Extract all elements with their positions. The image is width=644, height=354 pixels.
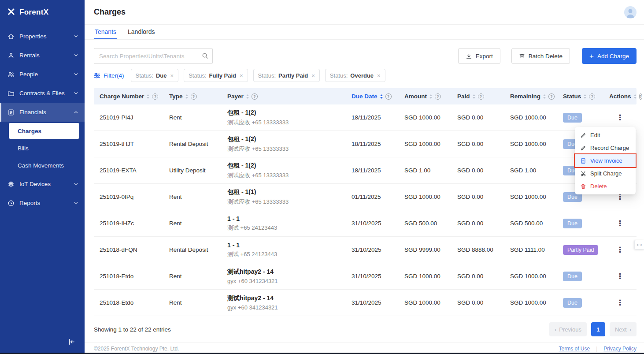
column-header-status[interactable]: Status ? xyxy=(557,93,603,100)
column-header-due-date[interactable]: Due Date ? xyxy=(346,93,399,100)
menu-item-delete[interactable]: Delete xyxy=(575,180,636,193)
sort-icon[interactable] xyxy=(634,94,637,99)
collapse-sidebar-icon[interactable] xyxy=(67,338,76,346)
kebab-menu-icon[interactable]: ⋮ xyxy=(612,219,628,228)
sort-icon[interactable] xyxy=(429,94,432,99)
column-header-charge-number[interactable]: Charge Number ? xyxy=(94,93,163,100)
cell-paid: SGD 0.00 xyxy=(452,141,504,147)
add-charge-label: Add Charge xyxy=(597,53,629,60)
cell-amount: SGD 1.00 xyxy=(399,167,452,174)
sort-icon[interactable] xyxy=(185,94,188,99)
payer-contact: 测试应收 +65 13333333 xyxy=(227,171,346,179)
remove-chip-icon[interactable]: × xyxy=(170,72,174,79)
column-label: Charge Number xyxy=(100,93,144,100)
remove-chip-icon[interactable]: × xyxy=(377,72,381,79)
menu-item-view-invoice[interactable]: View Invoice xyxy=(575,154,636,167)
help-icon[interactable]: ? xyxy=(639,93,643,100)
tab-tenants[interactable]: Tenants xyxy=(94,25,117,39)
sidebar-item-financials[interactable]: Financials xyxy=(0,103,85,122)
tab-landlords[interactable]: Landlords xyxy=(127,25,156,39)
sidebar-item-label: Properties xyxy=(19,33,69,40)
sidebar-item-label: Financials xyxy=(19,109,69,116)
sidebar-item-rentals[interactable]: Rentals xyxy=(0,46,85,65)
sort-icon[interactable] xyxy=(473,94,475,99)
help-icon[interactable]: ? xyxy=(548,93,555,100)
sidebar-item-bills[interactable]: Bills xyxy=(9,140,79,156)
help-icon[interactable]: ? xyxy=(435,93,441,100)
sidebar-item-reports[interactable]: Reports xyxy=(0,194,85,212)
column-header-paid[interactable]: Paid ? xyxy=(452,93,504,100)
cell-remaining: SGD 1111.00 xyxy=(504,246,557,253)
sidebar-item-label: Rentals xyxy=(19,52,69,59)
column-header-actions[interactable]: Actions ? xyxy=(603,93,637,100)
batch-delete-button[interactable]: Batch Delete xyxy=(511,48,570,64)
filter-button[interactable]: Filter(4) xyxy=(94,72,124,79)
brand-name: ForentX xyxy=(19,8,48,17)
column-header-payer[interactable]: Payer ? xyxy=(222,93,346,100)
column-header-amount[interactable]: Amount ? xyxy=(399,93,452,100)
terms-of-use-link[interactable]: Terms of Use xyxy=(559,346,590,352)
sort-icon[interactable] xyxy=(543,94,546,99)
kebab-menu-icon[interactable]: ⋮ xyxy=(612,298,628,307)
chevron-right-icon: › xyxy=(629,326,631,333)
sort-icon[interactable] xyxy=(147,94,149,99)
kebab-menu-icon[interactable]: ⋮ xyxy=(612,113,628,122)
sort-icon[interactable] xyxy=(380,94,383,99)
table-footer: Showing 1 to 22 of 22 entries ‹ Previous… xyxy=(85,316,644,343)
pagination: ‹ Previous 1 Next › xyxy=(549,322,637,336)
payer-name: 包租 - 1(2) xyxy=(227,162,346,170)
kebab-menu-icon[interactable]: ⋮ xyxy=(612,272,628,281)
cell-status: Due xyxy=(557,272,603,281)
chip-prefix: Status: xyxy=(136,72,153,79)
sidebar-subitem-label: Charges xyxy=(18,128,41,134)
cell-payer: 包租 - 1(2) 测试应收 +65 13333333 xyxy=(222,162,346,179)
person-icon xyxy=(7,52,15,59)
add-charge-button[interactable]: + Add Charge xyxy=(582,48,637,64)
menu-item-edit[interactable]: Edit xyxy=(575,129,636,142)
sort-icon[interactable] xyxy=(584,94,586,99)
help-icon[interactable]: ? xyxy=(191,93,197,100)
sidebar-item-people[interactable]: People xyxy=(0,65,85,84)
remove-chip-icon[interactable]: × xyxy=(311,72,315,79)
sidebar-item-charges[interactable]: Charges xyxy=(9,123,79,139)
next-page-button[interactable]: Next › xyxy=(610,322,637,336)
cell-charge-number: 251018-Etdo xyxy=(94,273,163,279)
column-header-type[interactable]: Type ? xyxy=(163,93,222,100)
help-icon[interactable]: ? xyxy=(478,93,484,100)
sidebar-item-iot-devices[interactable]: IoT Devices xyxy=(0,175,85,194)
sidebar-item-contracts-files[interactable]: Contracts & Files xyxy=(0,84,85,103)
cell-paid: SGD 0.00 xyxy=(452,273,504,279)
cell-remaining: SGD 500.00 xyxy=(504,220,557,227)
payer-name: 包租 - 1(2) xyxy=(227,109,346,117)
help-icon[interactable]: ? xyxy=(152,93,158,100)
floating-handle-widget[interactable]: >·< xyxy=(634,240,644,250)
user-avatar[interactable] xyxy=(624,6,637,19)
cell-charge-number: 251019-IHZc xyxy=(94,220,163,227)
chevron-down-icon xyxy=(74,91,78,96)
column-header-remaining[interactable]: Remaining ? xyxy=(504,93,557,100)
search-input[interactable] xyxy=(94,48,213,64)
search-icon[interactable] xyxy=(202,52,208,59)
export-button[interactable]: Export xyxy=(458,48,500,64)
cell-type: Utility Deposit xyxy=(163,167,222,174)
copyright-text: ©2025 ForentX Technology Pte. Ltd. xyxy=(94,346,179,352)
menu-item-split-charge[interactable]: Split Charge xyxy=(575,167,636,180)
app-window: ForentX Properties Rentals People Contra… xyxy=(0,0,644,354)
privacy-policy-link[interactable]: Privacy Policy xyxy=(603,346,637,352)
sidebar-item-properties[interactable]: Properties xyxy=(0,27,85,46)
remove-chip-icon[interactable]: × xyxy=(240,72,243,79)
menu-item-record-charge[interactable]: Record Charge xyxy=(575,142,636,154)
previous-page-button[interactable]: ‹ Previous xyxy=(549,322,587,336)
entries-summary: Showing 1 to 22 of 22 entries xyxy=(94,326,171,333)
help-icon[interactable]: ? xyxy=(589,93,595,100)
kebab-menu-icon[interactable]: ⋮ xyxy=(612,245,628,254)
page-1-button[interactable]: 1 xyxy=(591,322,605,336)
help-icon[interactable]: ? xyxy=(385,93,392,100)
sort-icon[interactable] xyxy=(246,94,249,99)
sidebar-item-cash-movements[interactable]: Cash Movements xyxy=(9,157,79,173)
help-icon[interactable]: ? xyxy=(252,93,258,100)
cell-status: Partly Paid xyxy=(557,245,603,255)
brand[interactable]: ForentX xyxy=(0,0,85,25)
cell-charge-number: 251019-PI4J xyxy=(94,114,163,121)
column-label: Paid xyxy=(457,93,470,100)
